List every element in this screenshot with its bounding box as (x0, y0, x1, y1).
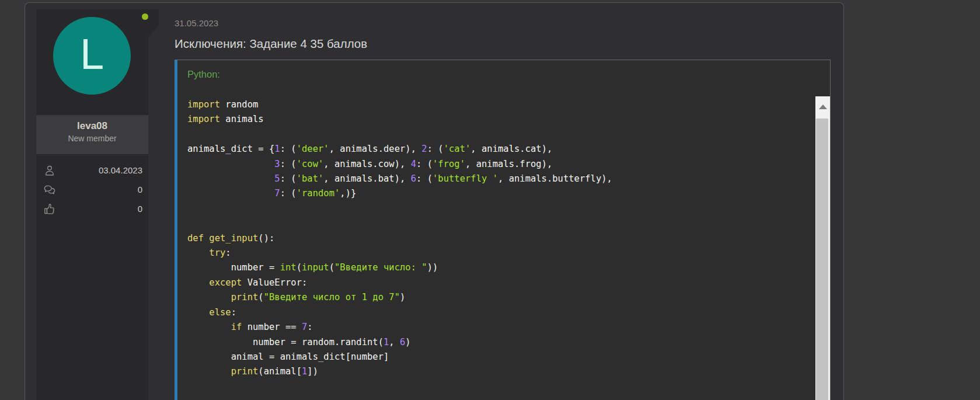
avatar-letter: L (80, 33, 104, 76)
post-title: Исключения: Задание 4 35 баллов (175, 37, 367, 51)
code-lines: import randomimport animals animals_dict… (177, 89, 815, 380)
post-date-link[interactable]: 31.05.2023 (175, 18, 218, 28)
joined-date: 03.04.2023 (99, 165, 142, 175)
likes-count: 0 (138, 204, 142, 214)
code-language-label: Python: (187, 69, 220, 80)
code-scroll-area[interactable]: import randomimport animals animals_dict… (177, 89, 815, 400)
messages-icon (43, 183, 56, 196)
messages-count: 0 (138, 185, 142, 194)
user-icon (43, 164, 56, 177)
stat-row-messages: 0 (36, 183, 148, 197)
online-indicator (142, 13, 148, 20)
message-card: L leva08 New member 03.04.2023 0 (25, 2, 844, 400)
avatar-cell-arrow (148, 9, 159, 37)
code-scrollbar[interactable] (815, 96, 830, 400)
username-link[interactable]: leva08 (36, 120, 148, 132)
scrollbar-thumb[interactable] (816, 119, 828, 400)
stat-row-joined: 03.04.2023 (36, 164, 148, 178)
avatar[interactable]: L (53, 17, 131, 95)
scroll-up-icon (819, 105, 827, 109)
stat-row-likes: 0 (36, 203, 148, 217)
user-role: New member (36, 134, 148, 143)
user-info-cell: leva08 New member (36, 115, 148, 155)
likes-icon (43, 203, 56, 215)
user-stats-cell: 03.04.2023 0 0 (36, 155, 148, 400)
code-block: Python: import randomimport animals anim… (175, 60, 831, 400)
scrollbar-up-button[interactable] (815, 96, 830, 117)
